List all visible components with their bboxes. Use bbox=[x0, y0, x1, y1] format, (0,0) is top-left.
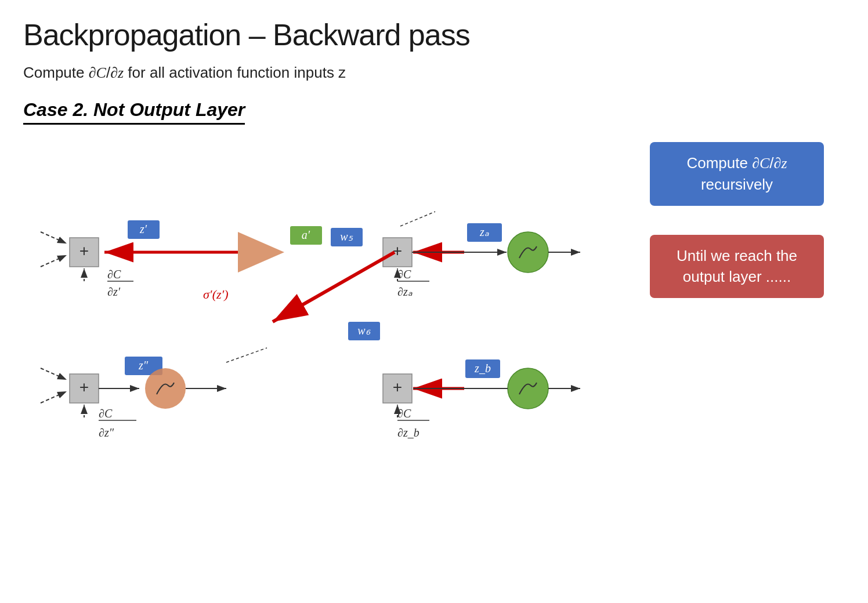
diagram-svg: + z′ ∂C ∂z′ a′ σ′(z′) w₅ + bbox=[23, 142, 632, 490]
info-box-blue: Compute ∂C/∂zrecursively bbox=[650, 142, 824, 206]
svg-text:w₆: w₆ bbox=[357, 324, 370, 337]
svg-text:∂z″: ∂z″ bbox=[99, 426, 114, 439]
svg-text:z′: z′ bbox=[139, 223, 147, 235]
svg-line-36 bbox=[41, 368, 67, 380]
svg-point-30 bbox=[508, 232, 548, 273]
svg-line-37 bbox=[41, 391, 67, 403]
svg-text:σ′(z′): σ′(z′) bbox=[203, 287, 229, 302]
page-title: Backpropagation – Backward pass bbox=[23, 17, 845, 52]
svg-text:w₅: w₅ bbox=[340, 230, 353, 243]
diagram-area: Compute ∂C/∂zrecursively Until we reach … bbox=[23, 142, 836, 490]
svg-text:∂C: ∂C bbox=[99, 407, 113, 420]
svg-text:∂zₐ: ∂zₐ bbox=[397, 285, 413, 298]
svg-text:+: + bbox=[79, 242, 89, 260]
svg-line-33 bbox=[273, 252, 395, 322]
svg-text:∂z_b: ∂z_b bbox=[397, 426, 419, 439]
svg-text:∂C: ∂C bbox=[397, 268, 411, 281]
subtitle: Compute ∂C/∂z for all activation functio… bbox=[23, 64, 845, 82]
svg-text:∂C: ∂C bbox=[397, 407, 411, 420]
svg-line-49 bbox=[226, 348, 267, 362]
svg-text:+: + bbox=[393, 378, 402, 396]
svg-line-4 bbox=[41, 255, 67, 267]
svg-point-44 bbox=[145, 368, 186, 409]
svg-text:∂C: ∂C bbox=[107, 268, 121, 281]
svg-text:a′: a′ bbox=[302, 228, 310, 241]
svg-text:z_b: z_b bbox=[474, 362, 491, 375]
svg-text:+: + bbox=[79, 378, 89, 396]
info-box-orange: Until we reach theoutput layer ...... bbox=[650, 235, 824, 298]
svg-text:zₐ: zₐ bbox=[479, 226, 489, 238]
svg-text:∂z′: ∂z′ bbox=[107, 285, 121, 298]
case-title: Case 2. Not Output Layer bbox=[23, 99, 245, 125]
svg-text:z″: z″ bbox=[138, 359, 149, 372]
svg-point-59 bbox=[508, 368, 548, 409]
svg-line-23 bbox=[400, 212, 435, 226]
svg-line-3 bbox=[41, 232, 67, 244]
svg-text:+: + bbox=[393, 242, 402, 260]
svg-marker-14 bbox=[238, 232, 284, 273]
